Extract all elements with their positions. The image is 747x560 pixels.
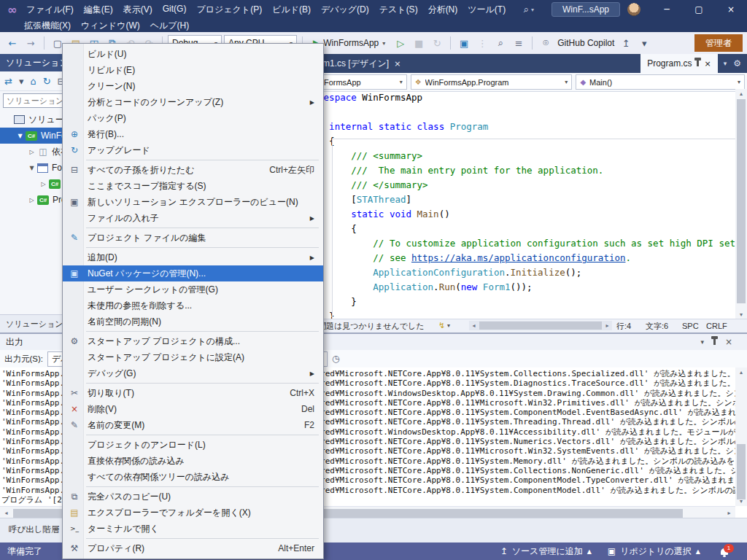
scroll-left-icon[interactable]: ◂ bbox=[469, 321, 479, 330]
tab-program-cs[interactable]: Program.cs × bbox=[640, 54, 718, 73]
notifications-button[interactable]: 1 bbox=[721, 548, 728, 555]
search-caret-icon[interactable]: ▾ bbox=[531, 7, 534, 13]
tab-list-caret-icon[interactable]: ▾ bbox=[724, 60, 727, 67]
caret-down-icon[interactable]: ▾ bbox=[447, 319, 450, 332]
menu-item[interactable]: 名前空間の同期(N) bbox=[63, 314, 323, 330]
scrollbar-thumb[interactable] bbox=[737, 444, 746, 499]
menu-item[interactable]: ✂切り取り(T)Ctrl+X bbox=[63, 385, 323, 401]
dots-separator-icon[interactable]: ⋮ bbox=[474, 38, 490, 49]
menubar-item[interactable]: テスト(S) bbox=[374, 1, 423, 19]
editor-vertical-scrollbar[interactable]: ▴ ▾ bbox=[735, 89, 747, 319]
menu-item[interactable]: ここまでスコープ指定する(S) bbox=[63, 178, 323, 194]
user-avatar[interactable] bbox=[627, 3, 640, 16]
home-icon[interactable]: ⌂ bbox=[30, 76, 36, 87]
menu-item[interactable]: パック(P) bbox=[63, 110, 323, 126]
menubar-item[interactable]: ビルド(B) bbox=[267, 1, 316, 19]
line-ending-indicator[interactable]: CRLF bbox=[706, 319, 727, 332]
menu-item[interactable]: ▣新しいソリューション エクスプローラーのビュー(N) bbox=[63, 194, 323, 210]
menu-item[interactable]: ×削除(V)Del bbox=[63, 401, 323, 417]
column-indicator[interactable]: 文字:6 bbox=[646, 319, 668, 332]
refresh-icon[interactable]: ↻ bbox=[43, 76, 51, 87]
type-dropdown[interactable]: ❖ WinFormsApp.Program ▾ bbox=[411, 74, 573, 90]
scroll-down-icon[interactable]: ▾ bbox=[735, 311, 747, 318]
minimize-button[interactable]: ─ bbox=[651, 0, 683, 19]
menu-item[interactable]: クリーン(N) bbox=[63, 78, 323, 94]
chevron-collapsed-icon[interactable]: ▷ bbox=[26, 197, 37, 203]
chevron-collapsed-icon[interactable]: ▷ bbox=[38, 181, 49, 187]
caret-down-icon[interactable]: ▾ bbox=[636, 38, 652, 49]
menubar-item[interactable]: ツール(T) bbox=[462, 1, 511, 19]
package-manager-icon[interactable]: ▣ bbox=[456, 38, 472, 49]
menu-item[interactable]: ⚒プロパティ(R)Alt+Enter bbox=[63, 540, 323, 556]
pin-icon[interactable] bbox=[713, 339, 716, 345]
stop-icon[interactable]: ■ bbox=[411, 38, 427, 49]
close-button[interactable]: × bbox=[715, 0, 747, 19]
scroll-left-icon[interactable]: ◂ bbox=[1, 508, 11, 518]
code-editor[interactable]: namespace WinFormsApp{ internal static c… bbox=[303, 89, 735, 319]
scroll-right-icon[interactable]: ▸ bbox=[603, 321, 612, 330]
menu-item[interactable]: リビルド(E) bbox=[63, 62, 323, 78]
list-icon[interactable]: ≡ bbox=[511, 38, 527, 49]
copilot-icon[interactable]: ⌾ bbox=[538, 37, 554, 49]
menubar-item[interactable]: プロジェクト(P) bbox=[191, 1, 267, 19]
menu-item[interactable]: ↻アップグレード bbox=[63, 142, 323, 158]
menu-item[interactable]: プロジェクトのアンロード(L) bbox=[63, 437, 323, 453]
insert-mode-indicator[interactable]: SPC bbox=[682, 319, 699, 332]
menu-item[interactable]: 直接依存関係の読み込み bbox=[63, 453, 323, 469]
menu-item[interactable]: ビルド(U) bbox=[63, 46, 323, 62]
menu-item[interactable]: 分析とコードのクリーンアップ(Z)▶ bbox=[63, 94, 323, 110]
menu-item[interactable]: すべての依存関係ツリーの読み込み bbox=[63, 469, 323, 485]
menu-item[interactable]: ✎プロジェクト ファイルの編集 bbox=[63, 230, 323, 246]
close-tab-icon[interactable]: × bbox=[394, 59, 400, 69]
select-repository-button[interactable]: ▣ リポジトリの選択 ▲ bbox=[608, 545, 700, 558]
close-icon[interactable]: × bbox=[725, 337, 732, 347]
navigate-back-icon[interactable]: ← bbox=[4, 38, 20, 49]
scroll-down-icon[interactable]: ▾ bbox=[735, 498, 747, 505]
chevron-expanded-icon[interactable]: ▼ bbox=[15, 133, 26, 139]
tab-call-hierarchy[interactable]: 呼び出し階層 bbox=[0, 521, 69, 538]
menubar-item[interactable]: デバッグ(D) bbox=[316, 1, 374, 19]
menu-item[interactable]: ファイルの入れ子▶ bbox=[63, 210, 323, 226]
quick-search-box[interactable]: WinF...sApp bbox=[551, 2, 620, 17]
menu-item[interactable]: >_ターミナルで開く bbox=[63, 521, 323, 537]
restart-icon[interactable]: ↻ bbox=[429, 38, 445, 49]
close-tab-icon[interactable]: × bbox=[704, 59, 711, 69]
menu-item[interactable]: ⧉完全パスのコピー(U) bbox=[63, 489, 323, 505]
scroll-up-icon[interactable]: ▴ bbox=[735, 369, 747, 376]
menu-item[interactable]: 追加(D)▶ bbox=[63, 249, 323, 265]
add-to-source-control-button[interactable]: ↥ ソース管理に追加 ▲ bbox=[500, 545, 592, 558]
scrollbar-thumb[interactable] bbox=[479, 322, 602, 330]
start-without-debugging-icon[interactable]: ▷ bbox=[392, 38, 409, 49]
switch-views-icon[interactable]: ⇄ bbox=[4, 76, 12, 87]
menu-item[interactable]: ▤エクスプローラーでフォルダーを開く(X) bbox=[63, 505, 323, 521]
copilot-label[interactable]: GitHub Copilot bbox=[557, 38, 614, 48]
menu-item[interactable]: スタートアップ プロジェクトに設定(A) bbox=[63, 349, 323, 365]
search-icon[interactable]: ⌕ bbox=[524, 4, 529, 15]
window-position-caret-icon[interactable]: ▾ bbox=[700, 338, 704, 346]
menu-item[interactable]: ⊟すべての子孫を折りたたむCtrl+左矢印 bbox=[63, 162, 323, 178]
find-icon[interactable]: ⌕ bbox=[492, 37, 508, 49]
scrollbar-thumb[interactable] bbox=[737, 99, 746, 303]
chevron-expanded-icon[interactable]: ▼ bbox=[26, 165, 37, 171]
menu-item[interactable]: ⊕発行(B)... bbox=[63, 126, 323, 142]
navigate-forward-icon[interactable]: → bbox=[23, 38, 39, 49]
scroll-up-icon[interactable]: ▴ bbox=[735, 90, 747, 97]
maximize-button[interactable]: ▢ bbox=[683, 0, 715, 19]
menu-item[interactable]: ✎名前の変更(M)F2 bbox=[63, 417, 323, 433]
menu-item[interactable]: ⚙スタートアップ プロジェクトの構成... bbox=[63, 333, 323, 349]
gear-icon[interactable]: ⚙ bbox=[733, 58, 741, 69]
menu-item[interactable]: ユーザー シークレットの管理(G) bbox=[63, 281, 323, 298]
line-indicator[interactable]: 行:4 bbox=[616, 319, 631, 332]
chevron-collapsed-icon[interactable]: ▷ bbox=[26, 149, 37, 155]
menubar-item[interactable]: 分析(N) bbox=[423, 1, 463, 19]
member-dropdown[interactable]: ◆ Main() ▾ bbox=[576, 74, 745, 90]
menu-item[interactable]: ▣NuGet パッケージの管理(N)... bbox=[63, 265, 323, 281]
caret-down-icon[interactable]: ▾ bbox=[19, 76, 24, 87]
code-fix-lightning-icon[interactable]: ↯ bbox=[438, 319, 445, 332]
output-vertical-scrollbar[interactable]: ▴ ▾ bbox=[735, 368, 747, 506]
clock-icon[interactable]: ◷ bbox=[332, 354, 339, 364]
scroll-right-icon[interactable]: ▸ bbox=[724, 508, 734, 518]
menu-item[interactable]: デバッグ(G)▶ bbox=[63, 365, 323, 381]
menu-item[interactable]: 未使用の参照を削除する... bbox=[63, 298, 323, 314]
share-icon[interactable]: ↥ bbox=[618, 38, 634, 49]
